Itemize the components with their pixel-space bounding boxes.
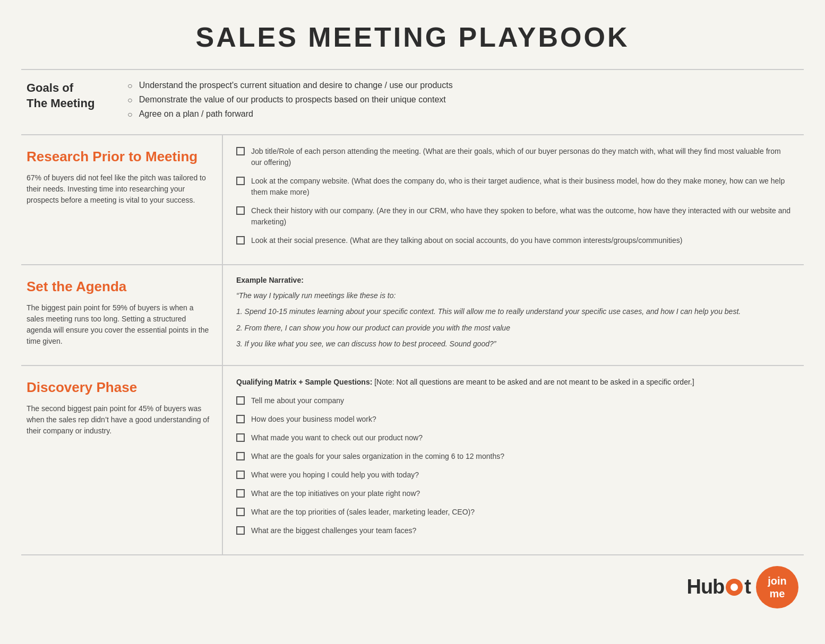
research-row: Research Prior to Meeting 67% of buyers … bbox=[21, 135, 804, 265]
svg-rect-4 bbox=[726, 586, 729, 588]
list-item: What are the biggest challenges your tea… bbox=[236, 525, 793, 536]
svg-rect-3 bbox=[733, 592, 735, 596]
checkbox-icon[interactable] bbox=[236, 236, 245, 245]
checkbox-icon[interactable] bbox=[236, 489, 245, 498]
list-item: Tell me about your company bbox=[236, 395, 793, 406]
list-item: What were you hoping I could help you wi… bbox=[236, 469, 793, 481]
agenda-left: Set the Agenda The biggest pain point fo… bbox=[21, 265, 223, 365]
agenda-description: The biggest pain point for 59% of buyers… bbox=[27, 302, 211, 347]
list-item: Job title/Role of each person attending … bbox=[236, 146, 793, 168]
checkbox-icon[interactable] bbox=[236, 526, 245, 535]
research-right: Job title/Role of each person attending … bbox=[223, 135, 804, 264]
discovery-description: The second biggest pain point for 45% of… bbox=[27, 403, 211, 437]
checkbox-icon[interactable] bbox=[236, 508, 245, 516]
agenda-row: Set the Agenda The biggest pain point fo… bbox=[21, 265, 804, 366]
list-item: Demonstrate the value of our products to… bbox=[127, 95, 453, 105]
svg-rect-2 bbox=[733, 579, 735, 582]
agenda-heading: Set the Agenda bbox=[27, 279, 211, 295]
list-item: Agree on a plan / path forward bbox=[127, 109, 453, 119]
hubspot-logo: Hub t bbox=[686, 576, 751, 598]
svg-point-1 bbox=[731, 584, 738, 591]
list-item: Check their history with our company. (A… bbox=[236, 205, 793, 228]
join-me-badge[interactable]: join me bbox=[756, 566, 798, 608]
list-item: What made you want to check out our prod… bbox=[236, 432, 793, 443]
research-description: 67% of buyers did not feel like the pitc… bbox=[27, 172, 211, 206]
checkbox-icon[interactable] bbox=[236, 433, 245, 442]
goals-list: Understand the prospect's current situat… bbox=[127, 81, 453, 124]
checkbox-icon[interactable] bbox=[236, 206, 245, 215]
page-title: SALES MEETING PLAYBOOK bbox=[21, 16, 804, 53]
discovery-right: Qualifying Matrix + Sample Questions: [N… bbox=[223, 366, 804, 554]
discovery-left: Discovery Phase The second biggest pain … bbox=[21, 366, 223, 554]
checkbox-icon[interactable] bbox=[236, 415, 245, 423]
list-item: What are the top initiatives on your pla… bbox=[236, 488, 793, 499]
list-item: How does your business model work? bbox=[236, 414, 793, 425]
list-item: Look at their social presence. (What are… bbox=[236, 235, 793, 246]
discovery-row: Discovery Phase The second biggest pain … bbox=[21, 366, 804, 555]
research-left: Research Prior to Meeting 67% of buyers … bbox=[21, 135, 223, 264]
goals-label: Goals of The Meeting bbox=[27, 81, 111, 111]
branding-section: Hub t join me bbox=[21, 555, 804, 614]
goals-section: Goals of The Meeting Understand the pros… bbox=[21, 69, 804, 135]
narrative-text: “The way I typically run meetings like t… bbox=[236, 290, 793, 350]
list-item: Understand the prospect's current situat… bbox=[127, 81, 453, 91]
discovery-heading: Discovery Phase bbox=[27, 379, 211, 396]
list-item: What are the top priorities of (sales le… bbox=[236, 507, 793, 518]
checkbox-icon[interactable] bbox=[236, 177, 245, 185]
agenda-right: Example Narrative: “The way I typically … bbox=[223, 265, 804, 365]
hubspot-sprocket-icon bbox=[725, 578, 744, 597]
checkbox-icon[interactable] bbox=[236, 471, 245, 479]
checkbox-icon[interactable] bbox=[236, 147, 245, 155]
discovery-checklist: Tell me about your company How does your… bbox=[236, 395, 793, 536]
checkbox-icon[interactable] bbox=[236, 396, 245, 405]
narrative-label: Example Narrative: bbox=[236, 276, 793, 284]
checkbox-icon[interactable] bbox=[236, 452, 245, 460]
svg-rect-5 bbox=[739, 586, 743, 588]
research-checklist: Job title/Role of each person attending … bbox=[236, 146, 793, 246]
list-item: What are the goals for your sales organi… bbox=[236, 451, 793, 462]
qualifying-header: Qualifying Matrix + Sample Questions: [N… bbox=[236, 377, 793, 388]
research-heading: Research Prior to Meeting bbox=[27, 149, 211, 165]
list-item: Look at the company website. (What does … bbox=[236, 176, 793, 198]
